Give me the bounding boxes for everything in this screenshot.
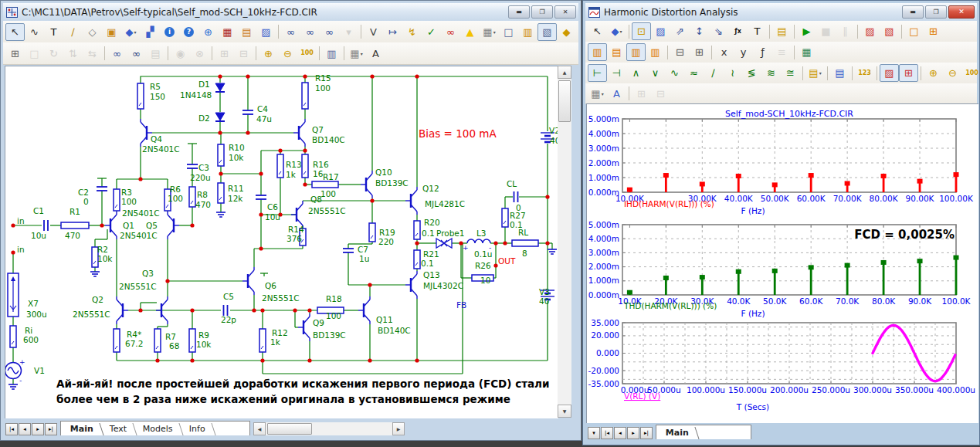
page-properties[interactable]: ◆ (557, 23, 576, 41)
zoom-select[interactable]: ⊡ (632, 22, 651, 40)
numeric-output[interactable]: 123 (855, 64, 874, 82)
prev-page-button[interactable]: ◂ (614, 427, 626, 439)
copy-to-clipboard-dropdown-arrow[interactable]: ▾ (819, 70, 822, 76)
find[interactable]: ∞ (107, 45, 127, 63)
global-low[interactable]: ≋ (761, 64, 781, 82)
model-editor[interactable]: ▦ (218, 23, 237, 41)
zoom-100[interactable]: 100 (962, 64, 980, 82)
show-warnings[interactable]: ▲ (460, 23, 480, 41)
new-page[interactable]: □ (499, 23, 518, 41)
font[interactable]: A (366, 45, 385, 63)
grid-menu-dropdown-arrow[interactable]: ▾ (493, 29, 496, 35)
fx-scale[interactable]: ƒx (728, 22, 748, 40)
tab-models[interactable]: Models (134, 423, 184, 435)
flag-tool[interactable]: ◇ (83, 23, 102, 41)
slope[interactable]: ∕ (704, 64, 723, 82)
show-voltages[interactable]: V (364, 23, 383, 41)
scroll-right-button[interactable]: ▶ (392, 422, 405, 435)
tab-info[interactable]: Info (179, 423, 215, 435)
show-pin-connections[interactable]: ↦ (383, 23, 402, 41)
chart-1[interactable]: 5.000m4.000m3.000m2.000m1.000m0.000m10.0… (588, 109, 974, 215)
component-tool[interactable]: ▣ (102, 23, 121, 41)
select-tool[interactable]: ↖ (588, 22, 607, 40)
panel-stripe-3[interactable]: ▥ (626, 43, 646, 61)
cursor-left[interactable]: ⊢ (588, 64, 607, 82)
grid-menu-dropdown-arrow[interactable]: ▾ (602, 91, 604, 97)
tab-main[interactable]: Main (656, 427, 699, 439)
scroll-up-button[interactable]: ▲ (558, 66, 571, 79)
panel-stripe-2[interactable]: ▤ (607, 43, 626, 61)
close-button[interactable]: ✕ (554, 5, 576, 19)
go-to-valley[interactable]: ∨ (646, 64, 665, 82)
rotate[interactable]: ↻ (44, 45, 63, 63)
scroll-down-button[interactable]: ▼ (558, 405, 571, 418)
info-tool[interactable]: i (160, 23, 179, 41)
global-high[interactable]: ≶ (742, 64, 761, 82)
paste-repeat[interactable]: ▾ (339, 23, 358, 41)
grid-options-dropdown-arrow[interactable]: ▾ (361, 51, 363, 56)
transform-box[interactable]: ⊞ (5, 45, 25, 63)
find-text[interactable]: ∞ (281, 23, 300, 41)
zoom-out[interactable]: ⊖ (278, 45, 297, 63)
pen-tool[interactable]: ▞ (141, 23, 160, 41)
show-currents[interactable]: ↯ (402, 23, 422, 41)
find-node[interactable]: ∞ (320, 23, 339, 41)
text-tool[interactable]: T (748, 22, 767, 40)
font[interactable]: A (607, 85, 626, 103)
bring-to-front[interactable]: ⊞ (632, 85, 651, 103)
vscroll-thumb[interactable] (558, 80, 571, 122)
chart-2[interactable]: 5.000m4.000m3.000m2.000m1.000m0.000m10.0… (588, 220, 972, 319)
pause[interactable]: ‖ (836, 22, 855, 40)
find-errors[interactable]: ∞ (441, 23, 460, 41)
link-tool[interactable]: ⊕ (198, 23, 218, 41)
high-point[interactable]: ∿ (665, 64, 684, 82)
data-points-box[interactable]: ⊞ (924, 22, 943, 40)
first-page-button[interactable]: |◂ (5, 423, 18, 435)
first-page-button[interactable]: |◂ (601, 427, 613, 439)
find-waveform[interactable]: ∞ (300, 23, 320, 41)
panel-stripe-1[interactable]: ▥ (588, 43, 607, 61)
analysis-edit[interactable]: ▧ (880, 22, 899, 40)
schematic-hscrollbar[interactable]: ◀ ▶ (253, 422, 405, 435)
zoom-log[interactable]: ≡ (772, 43, 792, 61)
x-cursor-mode[interactable]: ▨ (880, 64, 899, 82)
cursor-right[interactable]: ⊣ (607, 64, 626, 82)
zoom-out[interactable]: ⊖ (943, 64, 962, 82)
y-cursor-mode[interactable]: ⊞ (899, 64, 918, 82)
help-mode[interactable]: ? (179, 23, 198, 41)
zoom-100[interactable]: 100 (297, 45, 317, 63)
line-tool[interactable]: ∕ (63, 23, 83, 41)
fence-box[interactable]: □ (904, 22, 924, 40)
analysis-plots[interactable]: 5.000m4.000m3.000m2.000m1.000m0.000m10.0… (587, 104, 978, 423)
shape-menu[interactable]: ◆▾ (121, 23, 141, 41)
flip-vertical[interactable]: ⇅ (63, 45, 83, 63)
zoom-y[interactable]: y (734, 43, 753, 61)
select-region[interactable]: ▧ (537, 23, 557, 41)
last-page-button[interactable]: ▸| (45, 423, 57, 435)
single-graph[interactable]: ⊟ (670, 43, 690, 61)
scale-point[interactable]: ⇘ (709, 22, 728, 40)
format-properties[interactable]: ▦ (797, 43, 816, 61)
select-tool[interactable]: ↖ (5, 23, 25, 41)
left-titlebar[interactable]: C:\MC11\DATA\Petrov\Self-typical\Self_mo… (3, 3, 578, 21)
tab-main[interactable]: Main (60, 423, 103, 435)
prev-page-button[interactable]: ◂ (19, 423, 31, 435)
restore-button[interactable]: ❐ (531, 5, 553, 19)
send-to-back[interactable]: ⊟ (651, 85, 670, 103)
zoom-in[interactable]: ⊕ (259, 45, 278, 63)
stop[interactable]: ■ (816, 22, 836, 40)
schematic-canvas[interactable]: R5150D11N4148D2C447uR15100Q7BD140CQ42N54… (5, 66, 558, 418)
page-text[interactable]: ▥ (518, 23, 537, 41)
inflection[interactable]: ≀ (723, 64, 742, 82)
copy-to-clipboard[interactable]: ▤▾ (805, 64, 825, 82)
text-tool[interactable]: T (44, 23, 63, 41)
properties[interactable]: ▤ (772, 22, 792, 40)
grid-menu[interactable]: ▦▾ (588, 85, 607, 103)
page-list-button[interactable]: ▾ (588, 427, 600, 439)
step-down[interactable]: ◉ (171, 45, 190, 63)
ghost-select[interactable]: □ (25, 45, 44, 63)
grid-menu[interactable]: ▦▾ (480, 23, 499, 41)
low-point[interactable]: ≈ (684, 64, 704, 82)
zoom-fx[interactable]: ƒ (753, 43, 772, 61)
check-document[interactable]: ▨ (256, 23, 276, 41)
